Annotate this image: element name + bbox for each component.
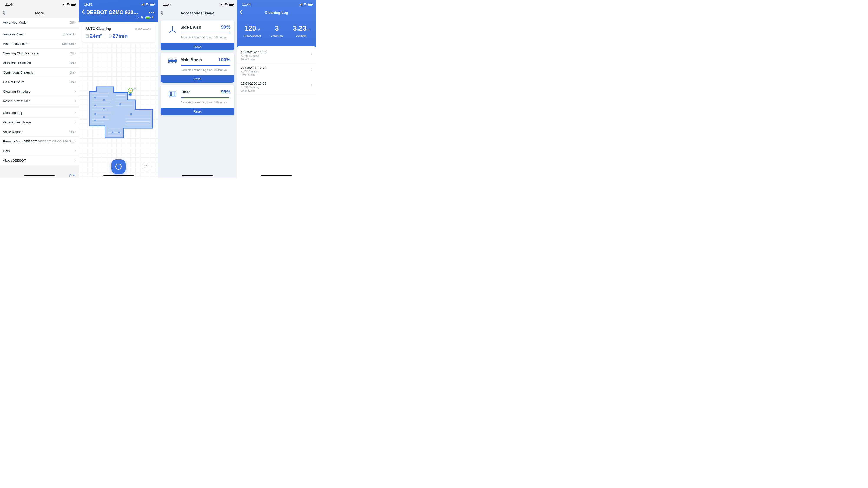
svg-line-32 <box>171 62 172 63</box>
cellular-icon <box>62 3 65 5</box>
chevron-right-icon <box>74 120 76 124</box>
settings-row[interactable]: Do Not DisturbOn <box>0 77 79 87</box>
home-indicator[interactable] <box>182 175 213 176</box>
svg-line-20 <box>173 30 176 33</box>
summary-duration: 3h23m Duration <box>293 24 309 37</box>
svg-rect-3 <box>86 35 89 37</box>
floorplan-icon <box>79 44 158 177</box>
settings-row-label: About DEEBOT <box>3 159 26 162</box>
summary-area: 120m² Area Cleaned <box>244 24 261 37</box>
settings-row[interactable]: Cleaning Cloth ReminderOff <box>0 48 79 58</box>
reset-button[interactable]: Reset <box>161 108 235 115</box>
settings-row-label: Help <box>3 149 10 153</box>
settings-row[interactable]: Accessories Usage <box>0 118 79 127</box>
svg-point-13 <box>103 117 105 118</box>
svg-line-21 <box>169 30 173 33</box>
settings-row[interactable]: Cleaning Log <box>0 108 79 118</box>
reset-button[interactable]: Reset <box>161 43 235 50</box>
cleaning-time-label: Today 11:17 <box>135 27 152 30</box>
log-row[interactable]: 27/03/2020 12:40AUTO Cleaning22m²/43min <box>237 63 316 79</box>
home-indicator[interactable] <box>261 175 292 176</box>
accessory-estimate: Estimated remaining time: 148hour(s) <box>181 36 230 39</box>
clock-icon <box>108 34 112 38</box>
map-area[interactable]: ⚡ z z z <box>79 44 158 177</box>
settings-row[interactable]: Reset Current Map <box>0 96 79 106</box>
device-title: DEEBOT OZMO 920… <box>86 9 149 15</box>
robot-position-icon <box>128 93 132 96</box>
log-row[interactable]: 29/03/2020 10:00AUTO Cleaning26m²/34min <box>237 48 316 63</box>
home-indicator[interactable] <box>24 175 55 176</box>
settings-row-value: On <box>69 130 76 134</box>
svg-point-1 <box>71 175 72 176</box>
home-indicator[interactable] <box>103 175 134 176</box>
svg-point-15 <box>118 132 120 133</box>
svg-point-42 <box>170 97 170 98</box>
battery-icon <box>229 3 234 6</box>
svg-line-29 <box>177 59 177 60</box>
settings-row-value <box>74 159 76 162</box>
settings-row-label: Advanced Mode <box>3 21 27 24</box>
log-datetime: 27/03/2020 12:40 <box>241 66 312 70</box>
status-time: 11:44 <box>5 3 13 6</box>
settings-row[interactable]: Voice ReportOn <box>0 127 79 137</box>
settings-row[interactable]: About DEEBOT <box>0 156 79 165</box>
accessory-name: Filter <box>181 90 190 95</box>
battery-icon <box>308 3 312 6</box>
chevron-right-icon <box>74 32 76 36</box>
filter-icon <box>164 89 181 104</box>
settings-row-value: Medium <box>62 42 76 45</box>
cleaning-summary-card[interactable]: AUTO Cleaning Today 11:17 24m² 27min <box>82 24 155 42</box>
settings-row-label: Accessories Usage <box>3 120 31 124</box>
log-mode: AUTO Cleaning <box>241 55 312 58</box>
settings-row[interactable]: Continuous CleaningOn <box>0 68 79 77</box>
accessory-estimate: Estimated remaining time: 298hour(s) <box>181 68 230 72</box>
log-list: 29/03/2020 10:00AUTO Cleaning26m²/34min2… <box>237 46 316 177</box>
summary-cleanings: 3 Cleanings <box>271 24 283 37</box>
charging-dock-icon: ⚡ <box>128 88 133 93</box>
return-dock-button[interactable] <box>142 162 152 171</box>
status-bar: 19:51 <box>79 0 158 9</box>
settings-row-value: On <box>69 80 76 84</box>
main-brush-icon <box>164 57 181 72</box>
settings-row[interactable]: Rename Your DEEBOTDEEBOT OZMO 920 S... <box>0 137 79 146</box>
settings-row-label: Water Flow Level <box>3 42 28 45</box>
usage-bar <box>181 33 230 33</box>
settings-row[interactable]: Advanced ModeOff <box>0 18 79 27</box>
settings-row[interactable]: Help <box>0 146 79 156</box>
back-button[interactable] <box>82 10 85 15</box>
cellular-icon <box>299 3 302 5</box>
settings-row[interactable]: Cleaning Schedule <box>0 87 79 96</box>
back-button[interactable] <box>240 10 242 15</box>
svg-line-26 <box>173 59 173 60</box>
chevron-right-icon <box>74 70 76 74</box>
log-stats: 26m²/34min <box>241 58 312 61</box>
settings-row-value: On <box>69 70 76 74</box>
chevron-right-icon <box>311 52 312 56</box>
header: More <box>0 9 79 18</box>
more-button[interactable]: ••• <box>149 10 155 15</box>
accessory-name: Main Brush <box>181 58 202 62</box>
settings-row-label: Reset Current Map <box>3 99 31 103</box>
back-button[interactable] <box>3 10 5 16</box>
settings-row-value <box>74 120 76 124</box>
settings-row[interactable]: Auto-Boost SuctionOn <box>0 58 79 68</box>
start-clean-button[interactable] <box>111 159 126 174</box>
log-row[interactable]: 25/03/2020 10:25AUTO Cleaning25m²/41min <box>237 79 316 95</box>
page-title: Cleaning Log <box>265 11 288 15</box>
settings-list: Advanced ModeOffVacuum PowerStandardWate… <box>0 18 79 165</box>
log-stats: 25m²/41min <box>241 89 312 92</box>
settings-row-label: Cleaning Log <box>3 111 22 115</box>
chevron-right-icon <box>74 149 76 153</box>
settings-row[interactable]: Vacuum PowerStandard <box>0 30 79 39</box>
settings-row-label: Vacuum Power <box>3 32 25 36</box>
wifi-icon <box>66 3 70 6</box>
settings-row[interactable]: Water Flow LevelMedium <box>0 39 79 48</box>
svg-point-9 <box>94 113 96 115</box>
settings-row-value: On <box>69 61 76 65</box>
usage-bar <box>181 65 230 66</box>
back-button[interactable] <box>161 10 163 16</box>
status-time: 11:44 <box>242 3 250 6</box>
reset-button[interactable]: Reset <box>161 75 235 83</box>
chevron-right-icon <box>74 42 76 45</box>
chevron-right-icon <box>74 99 76 103</box>
